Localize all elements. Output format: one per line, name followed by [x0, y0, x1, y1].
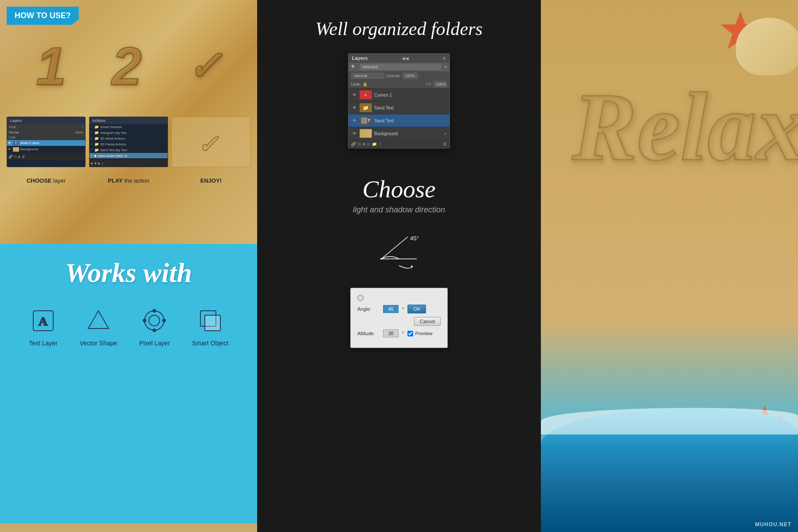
sand-text-folder-eye[interactable]: 👁 — [351, 105, 357, 110]
folder-new-icon[interactable]: 📁 — [372, 142, 377, 146]
angle-label: Angle: — [357, 306, 379, 312]
how-to-badge: HOW TO USE? — [7, 7, 79, 25]
ps-bottom-bar: 🔗 fx ■ ◎ 📁 + 🗑 — [348, 140, 450, 148]
choose-subtitle: light and shadow direction — [353, 205, 445, 215]
add-mask-icon[interactable]: ■ — [363, 142, 365, 146]
search-icon: 🔍 — [351, 65, 356, 69]
sand-text-folder-row[interactable]: 👁 📁 Sand Text — [348, 102, 450, 114]
sand-text-eye[interactable]: 👁 — [351, 118, 357, 123]
smart-object-item: Smart Object — [192, 306, 228, 347]
fill-input[interactable]: 100% — [434, 81, 447, 87]
altitude-input[interactable] — [383, 329, 399, 337]
angle-input[interactable] — [383, 305, 399, 313]
ok-button[interactable]: OK — [407, 305, 426, 313]
svg-point-9 — [153, 329, 156, 332]
adjustment-icon[interactable]: ◎ — [367, 142, 370, 146]
cursor-icon: | — [102, 161, 103, 165]
step-labels: CHOOSE layer PLAY the action ENJOY! — [0, 174, 257, 188]
watermark: MUHOU.NET — [755, 521, 791, 528]
ps-filter-dropdown[interactable]: ▾ — [445, 65, 447, 69]
blue-section: Works with A Text Layer — [0, 244, 257, 523]
sand-text-layer-row[interactable]: 👁 T Sand Text — [348, 114, 450, 127]
step-panel-layers: Layers Kind T Normal Opaci Lock: 👁 T — [7, 117, 86, 167]
cancel-button[interactable]: Cancel — [414, 317, 441, 326]
choose-title: Choose — [363, 175, 436, 203]
ps-opacity-input[interactable]: 100% — [403, 73, 418, 79]
works-with-icons: A Text Layer Vector Shape — [29, 306, 228, 347]
ps-bevel-dialog: Angle: ° OK Cancel Altitude: ° Preview — [350, 288, 448, 348]
preview-checkbox-row: Preview — [407, 331, 432, 336]
make-it-sand-label: Make it sand — [20, 141, 39, 145]
angle-diagram: 45° — [368, 228, 430, 277]
actions-header: Actions — [90, 117, 168, 124]
middle-panel: Well organized folders Layers ◀◀ ✕ 🔍 Sel… — [257, 0, 541, 532]
right-panel: Relax MUHOU.NET — [541, 0, 798, 532]
svg-marker-3 — [88, 311, 109, 329]
curves-layer-name: Curves 1 — [374, 93, 447, 98]
choose-section: Choose light and shadow direction 45° — [350, 175, 448, 348]
step-play-label: PLAY the action — [89, 177, 168, 184]
sand-number-2: 2 — [112, 35, 141, 97]
layers-panel-header: Layers — [7, 117, 85, 124]
ps-blend-mode-select[interactable]: Normal — [351, 73, 384, 79]
ps-opacity-label: Opacity: — [386, 74, 401, 78]
lock-icon: 🔒 — [363, 82, 368, 86]
step-panel-actions: Actions ✓ 📁 Smart Shadow ✓ 📁 Hologram [b… — [89, 117, 168, 167]
bg-layer-name: Background — [374, 131, 442, 136]
vector-shape-label: Vector Shape — [80, 340, 117, 347]
pixel-layer-item: Pixel Layer — [139, 306, 170, 347]
left-panel: HOW TO USE? 1 2 ✓ Layers Kind T Normal O… — [0, 0, 257, 532]
wave-section — [541, 408, 798, 532]
ps-search-input[interactable]: Selected — [360, 64, 441, 70]
ps-search-bar: 🔍 Selected ▾ — [348, 63, 450, 71]
text-layer-icon: A — [29, 306, 58, 335]
svg-point-7 — [163, 319, 165, 322]
text-layer-item: A Text Layer — [29, 306, 58, 347]
organized-folders-title: Well organized folders — [315, 18, 482, 40]
svg-point-8 — [143, 319, 146, 322]
svg-point-4 — [145, 311, 164, 330]
svg-text:A: A — [39, 314, 48, 328]
wave-foam — [541, 408, 798, 434]
background-layer: 👁 Background — [7, 146, 85, 153]
ps-panel-menu[interactable]: ✕ — [442, 56, 446, 61]
layers-title: Layers — [10, 118, 22, 123]
bg-layer-icon — [360, 129, 372, 138]
lock-label: Lock: — [351, 82, 361, 86]
ps-panel-collapse[interactable]: ◀◀ — [402, 56, 409, 61]
curves-layer-row[interactable]: 👁 ≈ Curves 1 — [348, 89, 450, 102]
ps-blend-row: Normal Opacity: 100% — [348, 71, 450, 80]
angle-row: Angle: ° OK — [357, 305, 441, 313]
center-circle — [357, 295, 364, 301]
altitude-row: Altitude: ° Preview — [357, 329, 441, 337]
delete-layer-icon[interactable]: 🗑 — [443, 142, 447, 146]
step-panel-enjoy: ✓ — [172, 117, 250, 167]
svg-rect-11 — [205, 315, 220, 331]
step-choose-label: CHOOSE layer — [7, 177, 86, 184]
curves-visibility-eye[interactable]: 👁 — [351, 92, 357, 98]
vector-shape-icon — [84, 306, 113, 335]
fill-label: Fill: — [426, 82, 432, 86]
svg-text:45°: 45° — [410, 235, 419, 242]
new-layer-icon[interactable]: + — [379, 142, 381, 146]
angle-diagram-svg: 45° — [368, 228, 430, 277]
svg-point-6 — [153, 309, 156, 312]
fx-badge: fx — [444, 132, 447, 136]
curves-layer-icon: ≈ — [360, 90, 372, 99]
cancel-row: Cancel — [357, 317, 441, 326]
works-with-title: Works with — [65, 257, 192, 289]
sand-section: HOW TO USE? 1 2 ✓ Layers Kind T Normal O… — [0, 0, 257, 244]
text-layer-label: Text Layer — [29, 340, 58, 347]
altitude-unit: ° — [402, 331, 404, 336]
pixel-layer-label: Pixel Layer — [139, 340, 170, 347]
ps-panel-header: Layers ◀◀ ✕ — [348, 54, 450, 63]
background-layer-row[interactable]: 👁 Background fx — [348, 127, 450, 140]
sand-text-folder-icon: 📁 — [360, 103, 372, 112]
svg-text:✓: ✓ — [198, 131, 219, 155]
bg-visibility-eye[interactable]: 👁 — [351, 131, 357, 136]
mini-layers: 👁 T Make it sand 👁 Background — [7, 140, 85, 153]
smart-object-icon — [196, 306, 225, 335]
pixel-layer-icon — [140, 306, 169, 335]
preview-checkbox[interactable] — [407, 331, 413, 336]
fx-icon: fx — [358, 142, 361, 146]
